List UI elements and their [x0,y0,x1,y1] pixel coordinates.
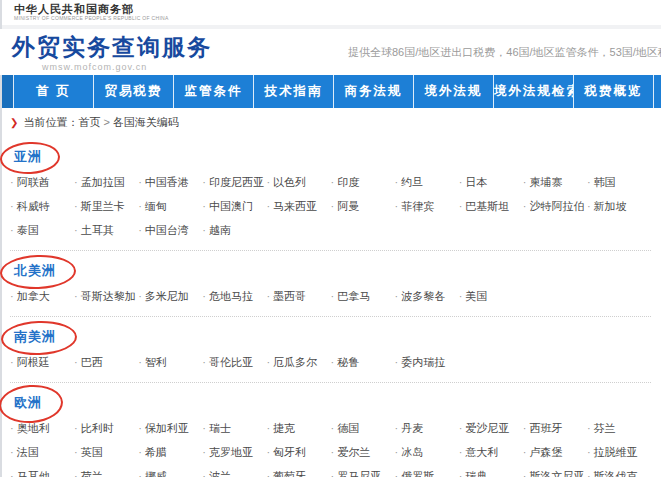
country-name: 英国 [81,446,103,458]
country-link[interactable]: ·匈牙利 [266,440,330,464]
country-link[interactable]: ·以色列 [266,170,330,194]
country-link[interactable]: ·葡萄牙 [266,464,330,477]
country-link[interactable]: ·沙特阿拉伯 [523,194,587,218]
breadcrumb-home-link[interactable]: 首页 [78,116,100,128]
country-link[interactable]: ·捷克 [266,416,330,440]
bullet-icon: · [395,422,399,434]
country-link[interactable]: ·挪威 [138,464,202,477]
country-link[interactable]: ·巴拿马 [330,284,394,308]
country-link[interactable]: ·波多黎各 [395,284,459,308]
country-link[interactable]: ·墨西哥 [266,284,330,308]
country-link[interactable]: ·菲律宾 [395,194,459,218]
nav-item-supervision-conditions[interactable]: 监管条件 [174,75,254,108]
country-link[interactable]: ·韩国 [587,170,651,194]
country-link[interactable]: ·德国 [330,416,394,440]
country-link[interactable]: ·冰岛 [395,440,459,464]
country-link[interactable]: ·瑞士 [202,416,266,440]
country-name: 爱沙尼亚 [465,422,509,434]
country-link[interactable]: ·阿曼 [330,194,394,218]
country-link[interactable]: ·新加坡 [587,194,651,218]
country-link[interactable]: ·科威特 [10,194,74,218]
country-name: 保加利亚 [145,422,189,434]
country-link[interactable]: ·希腊 [138,440,202,464]
country-link[interactable]: ·中国香港 [138,170,202,194]
country-link[interactable]: ·马来西亚 [266,194,330,218]
country-link[interactable]: ·俄罗斯 [395,464,459,477]
country-link[interactable]: ·印度 [330,170,394,194]
country-link[interactable]: ·哥斯达黎加 [74,284,138,308]
country-link[interactable]: ·中国台湾 [138,218,202,242]
country-name: 瑞士 [209,422,231,434]
country-link[interactable]: ·多米尼加 [138,284,202,308]
nav-item-commerce-laws[interactable]: 商务法规 [334,75,414,108]
country-link[interactable]: ·斯里兰卡 [74,194,138,218]
bullet-icon: · [587,176,591,188]
breadcrumb-current: 各国海关编码 [113,116,179,128]
country-link[interactable]: ·哥伦比亚 [202,350,266,374]
country-link[interactable]: ·孟加拉国 [74,170,138,194]
country-link[interactable]: ·缅甸 [138,194,202,218]
nav-item-technical-guide[interactable]: 技术指南 [254,75,334,108]
country-link[interactable]: ·危地马拉 [202,284,266,308]
country-link[interactable]: ·智利 [138,350,202,374]
country-name: 拉脱维亚 [594,446,638,458]
bullet-icon: · [395,290,399,302]
country-link[interactable]: ·法国 [10,440,74,464]
bullet-icon: · [74,422,78,434]
country-link[interactable]: ·芬兰 [587,416,651,440]
country-link[interactable]: ·土耳其 [74,218,138,242]
country-link[interactable]: ·柬埔寨 [523,170,587,194]
country-link[interactable]: ·中国澳门 [202,194,266,218]
country-name: 秘鲁 [337,356,359,368]
country-name: 丹麦 [401,422,423,434]
country-link[interactable]: ·波兰 [202,464,266,477]
bullet-icon: · [202,176,206,188]
country-link[interactable]: ·意大利 [459,440,523,464]
country-link[interactable]: ·巴西 [74,350,138,374]
country-link[interactable]: ·越南 [202,218,266,242]
bullet-icon: · [138,446,142,458]
country-link[interactable]: ·厄瓜多尔 [266,350,330,374]
section-heading-asia: 亚洲 [14,147,42,167]
nav-item-overseas-law-search[interactable]: 境外法规检索 [494,75,574,108]
country-link[interactable]: ·爱尔兰 [330,440,394,464]
bullet-icon: · [587,446,591,458]
country-link[interactable]: ·泰国 [10,218,74,242]
country-link[interactable]: ·约旦 [395,170,459,194]
country-link[interactable]: ·秘鲁 [330,350,394,374]
country-link[interactable]: ·美国 [459,284,523,308]
nav-item-home[interactable]: 首 页 [14,75,94,108]
country-link[interactable]: ·克罗地亚 [202,440,266,464]
country-link[interactable]: ·印度尼西亚 [202,170,266,194]
country-link[interactable]: ·荷兰 [74,464,138,477]
country-link[interactable]: ·爱沙尼亚 [459,416,523,440]
country-name: 泰国 [17,224,39,236]
nav-item-overseas-laws[interactable]: 境外法规 [414,75,494,108]
country-link[interactable]: ·委内瑞拉 [395,350,459,374]
country-link[interactable]: ·巴基斯坦 [459,194,523,218]
nav-item-tax-overview[interactable]: 税费概览 [574,75,653,108]
country-name: 美国 [465,290,487,302]
country-link[interactable]: ·西班牙 [523,416,587,440]
country-link[interactable]: ·丹麦 [395,416,459,440]
country-link[interactable]: ·卢森堡 [523,440,587,464]
country-link[interactable]: ·英国 [74,440,138,464]
nav-item-trade-tax[interactable]: 贸易税费 [94,75,174,108]
breadcrumb-separator: > [103,116,109,128]
country-name: 克罗地亚 [209,446,253,458]
bullet-icon: · [459,446,463,458]
gov-org-name-cn: 中华人民共和国商务部 [14,3,661,15]
country-link[interactable]: ·斯洛伐克 [587,464,651,477]
country-link[interactable]: ·马耳他 [10,464,74,477]
country-link[interactable]: ·斯洛文尼亚 [523,464,587,477]
country-link[interactable]: ·拉脱维亚 [587,440,651,464]
country-link[interactable]: ·比利时 [74,416,138,440]
bullet-icon: · [330,422,334,434]
country-link[interactable]: ·保加利亚 [138,416,202,440]
section-title-south-america: 南美洲 [14,329,56,344]
country-link[interactable]: ·日本 [459,170,523,194]
country-link[interactable]: ·罗马尼亚 [330,464,394,477]
country-link[interactable]: ·瑞典 [459,464,523,477]
bullet-icon: · [395,176,399,188]
country-name: 挪威 [145,470,167,477]
